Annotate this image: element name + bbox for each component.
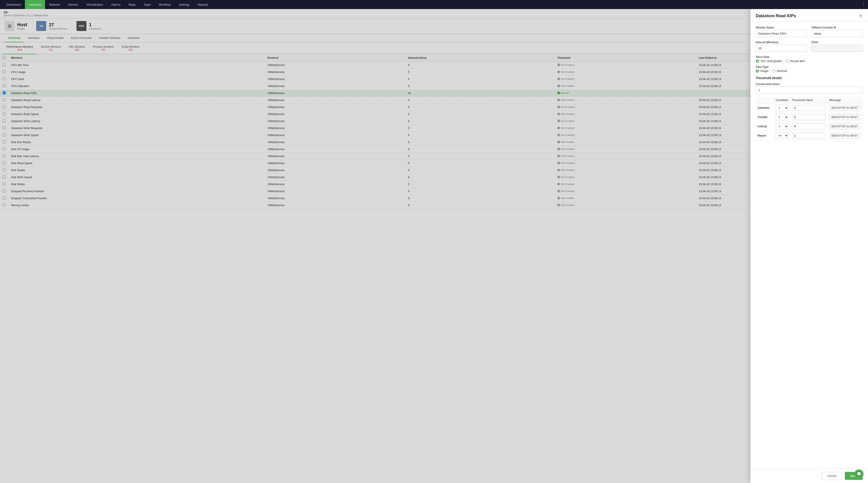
row-checkbox[interactable] bbox=[3, 105, 6, 108]
threshold-message-input[interactable] bbox=[829, 105, 861, 111]
table-row[interactable]: CPU Idle Time VIWebService 5 Not Enabled… bbox=[0, 62, 868, 69]
threshold-value-input[interactable] bbox=[792, 114, 826, 120]
threshold-condition-select[interactable]: <= >= < <= = bbox=[776, 132, 788, 139]
row-checkbox[interactable] bbox=[3, 161, 6, 164]
nav-inventory[interactable]: Inventory bbox=[25, 0, 45, 9]
table-row[interactable]: Disk Bus Resets VIWebService 5 Not Enabl… bbox=[0, 139, 868, 146]
nav-alarms[interactable]: Alarms bbox=[107, 0, 124, 9]
nav-reports[interactable]: Reports bbox=[194, 0, 212, 9]
sub-tab-virtual-details[interactable]: Virtual Details bbox=[43, 34, 67, 42]
chat-icon[interactable]: 💬 bbox=[855, 470, 864, 479]
modal-close-button[interactable]: ✕ bbox=[859, 13, 863, 19]
table-row[interactable]: CPU Utilization VIWebService 5 Not Enabl… bbox=[0, 83, 868, 90]
table-row[interactable]: Datastore Read Speed VIWebService 5 Not … bbox=[0, 111, 868, 118]
threshold-message-cell[interactable] bbox=[828, 122, 863, 131]
row-checkbox[interactable] bbox=[3, 196, 6, 199]
row-checkbox[interactable] bbox=[3, 148, 6, 150]
store-data-yes[interactable]: Yes,I need graphs bbox=[756, 60, 782, 63]
nav-workflow[interactable]: Workflow bbox=[155, 0, 175, 9]
nav-more-icon[interactable]: ⋮ bbox=[862, 2, 866, 7]
table-row[interactable]: Datastore Read Latency VIWebService 5 No… bbox=[0, 97, 868, 104]
select-all-checkbox[interactable] bbox=[3, 56, 6, 59]
monitor-tab-url[interactable]: URL Monitors 0/0 bbox=[65, 42, 89, 54]
table-row[interactable]: Datastore Write Speed VIWebService 5 Not… bbox=[0, 132, 868, 139]
threshold-value-input[interactable] bbox=[792, 133, 826, 139]
threshold-condition-cell[interactable]: > >= < <= = bbox=[774, 103, 790, 112]
threshold-message-cell[interactable] bbox=[828, 112, 863, 122]
threshold-condition-cell[interactable]: <= >= < <= = bbox=[774, 131, 790, 140]
row-checkbox[interactable] bbox=[3, 119, 6, 122]
row-checkbox[interactable] bbox=[3, 84, 6, 87]
cancel-button[interactable]: Cancel bbox=[822, 472, 842, 480]
data-type-integer[interactable]: Integer bbox=[756, 69, 769, 73]
sub-tab-interfaces[interactable]: Interfaces bbox=[24, 34, 43, 42]
threshold-condition-select[interactable]: > >= < <= = bbox=[776, 114, 788, 120]
consecutive-times-input[interactable] bbox=[756, 87, 863, 94]
table-row[interactable]: Datastore Read Requests VIWebService 5 N… bbox=[0, 104, 868, 111]
monitor-tab-process[interactable]: Process Monitors 0/0 bbox=[89, 42, 118, 54]
threshold-message-cell[interactable] bbox=[828, 103, 863, 112]
nav-dashboard[interactable]: Dashboard bbox=[2, 0, 25, 9]
row-checkbox[interactable] bbox=[3, 98, 6, 101]
table-row[interactable]: Disk Read Speed VIWebService 5 Not Enabl… bbox=[0, 160, 868, 167]
table-row[interactable]: Datastore Write Latency VIWebService 5 N… bbox=[0, 118, 868, 125]
data-type-decimal[interactable]: Decimal bbox=[772, 69, 786, 73]
monitor-tab-service[interactable]: Service Monitors 0/1 bbox=[37, 42, 64, 54]
threshold-condition-cell[interactable]: > >= < <= = bbox=[774, 112, 790, 122]
sub-tab-active-processes[interactable]: Active Processes bbox=[67, 34, 95, 42]
nav-virtualization[interactable]: Virtualization bbox=[82, 0, 107, 9]
row-checkbox[interactable] bbox=[3, 77, 6, 80]
threshold-value-cell[interactable] bbox=[790, 112, 828, 122]
row-checkbox[interactable] bbox=[3, 133, 6, 136]
stat-host[interactable]: ⊞ Host Details bbox=[4, 21, 27, 31]
threshold-condition-select[interactable]: > >= < <= = bbox=[776, 105, 788, 111]
threshold-message-input[interactable] bbox=[829, 124, 861, 129]
interval-input[interactable] bbox=[756, 45, 807, 52]
table-row[interactable]: Disk Writes VIWebService 5 Not Enabled 2… bbox=[0, 181, 868, 188]
table-row[interactable]: Disk Write Speed VIWebService 5 Not Enab… bbox=[0, 174, 868, 181]
row-checkbox[interactable] bbox=[3, 126, 6, 129]
table-row[interactable]: Datastore Read IOPs VIWebService 15 Norm… bbox=[0, 90, 868, 97]
threshold-message-cell[interactable] bbox=[828, 131, 863, 140]
threshold-value-cell[interactable] bbox=[790, 103, 828, 112]
threshold-message-input[interactable] bbox=[829, 114, 861, 120]
row-checkbox[interactable] bbox=[3, 190, 6, 192]
row-checkbox[interactable] bbox=[3, 203, 6, 206]
sub-tab-installed-software[interactable]: Installed Software bbox=[95, 34, 124, 42]
row-checkbox[interactable] bbox=[3, 168, 6, 171]
row-checkbox[interactable] bbox=[3, 183, 6, 186]
table-row[interactable]: Disk Reads VIWebService 5 Not Enabled 23… bbox=[0, 167, 868, 174]
monitor-tab-script[interactable]: Script Monitors 0/0 bbox=[118, 42, 143, 54]
table-row[interactable]: Dropped Received Packets VIWebService 5 … bbox=[0, 188, 868, 195]
threshold-value-input[interactable] bbox=[792, 124, 826, 129]
table-row[interactable]: Disk I/O Usage VIWebService 5 Not Enable… bbox=[0, 146, 868, 153]
threshold-value-cell[interactable] bbox=[790, 122, 828, 131]
store-data-no[interactable]: No,just alert bbox=[786, 60, 805, 63]
row-checkbox[interactable] bbox=[3, 175, 6, 179]
monitor-tab-performance[interactable]: Performance Monitors 0/35 bbox=[3, 42, 37, 54]
row-checkbox[interactable] bbox=[3, 112, 6, 115]
table-row[interactable]: Memory Active VIWebService 5 Not Enabled… bbox=[0, 202, 868, 209]
table-row[interactable]: Datastore Write Requests VIWebService 5 … bbox=[0, 125, 868, 132]
threshold-message-input[interactable] bbox=[829, 133, 861, 139]
row-checkbox[interactable] bbox=[3, 63, 6, 66]
table-row[interactable]: Disk Max Total Latency VIWebService 5 No… bbox=[0, 153, 868, 160]
nav-maps[interactable]: Maps bbox=[124, 0, 140, 9]
table-row[interactable]: CPU Used VIWebService 5 Not Enabled 23-0… bbox=[0, 76, 868, 83]
threshold-value-input[interactable] bbox=[792, 105, 826, 111]
stat-vms[interactable]: VM 27 Virtual Machines bbox=[36, 21, 67, 31]
monitor-name-input[interactable] bbox=[756, 30, 807, 37]
threshold-value-cell[interactable] bbox=[790, 131, 828, 140]
row-checkbox[interactable] bbox=[3, 155, 6, 157]
nav-servers[interactable]: Servers bbox=[64, 0, 82, 9]
threshold-condition-select[interactable]: > >= < <= = bbox=[776, 123, 788, 130]
nav-apps[interactable]: Apps bbox=[140, 0, 155, 9]
vmware-counter-input[interactable] bbox=[811, 30, 863, 37]
nav-settings[interactable]: Settings bbox=[175, 0, 194, 9]
nav-network[interactable]: Network bbox=[45, 0, 64, 9]
row-checkbox[interactable] bbox=[3, 140, 6, 143]
stat-datastores[interactable]: HDD 1 Datastores bbox=[76, 21, 101, 31]
table-row[interactable]: CPU Usage VIWebService 5 Not Enabled 23-… bbox=[0, 69, 868, 76]
row-checkbox[interactable] bbox=[3, 91, 6, 94]
threshold-condition-cell[interactable]: > >= < <= = bbox=[774, 122, 790, 131]
